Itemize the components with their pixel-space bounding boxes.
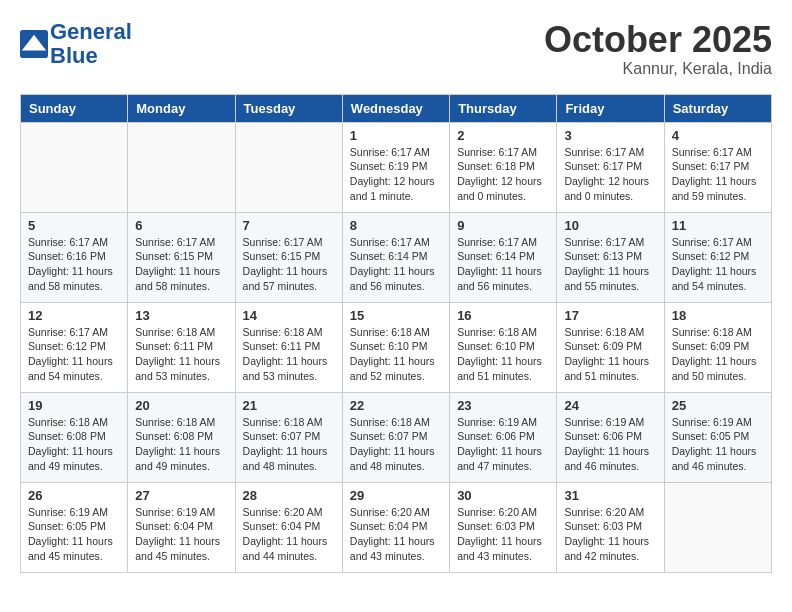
sunrise-text: Sunrise: 6:18 AM — [135, 325, 227, 340]
week-row-1: 1Sunrise: 6:17 AMSunset: 6:19 PMDaylight… — [21, 122, 772, 212]
calendar-cell: 25Sunrise: 6:19 AMSunset: 6:05 PMDayligh… — [664, 392, 771, 482]
day-number: 22 — [350, 398, 442, 413]
sunrise-text: Sunrise: 6:19 AM — [564, 415, 656, 430]
daylight-text: Daylight: 11 hours and 58 minutes. — [28, 264, 120, 293]
week-row-4: 19Sunrise: 6:18 AMSunset: 6:08 PMDayligh… — [21, 392, 772, 482]
sunset-text: Sunset: 6:08 PM — [135, 429, 227, 444]
daylight-text: Daylight: 12 hours and 0 minutes. — [457, 174, 549, 203]
calendar-cell — [21, 122, 128, 212]
weekday-header-wednesday: Wednesday — [342, 94, 449, 122]
sunset-text: Sunset: 6:07 PM — [243, 429, 335, 444]
day-info: Sunrise: 6:19 AMSunset: 6:06 PMDaylight:… — [564, 415, 656, 474]
day-info: Sunrise: 6:19 AMSunset: 6:05 PMDaylight:… — [672, 415, 764, 474]
daylight-text: Daylight: 12 hours and 1 minute. — [350, 174, 442, 203]
week-row-5: 26Sunrise: 6:19 AMSunset: 6:05 PMDayligh… — [21, 482, 772, 572]
daylight-text: Daylight: 11 hours and 53 minutes. — [135, 354, 227, 383]
day-number: 31 — [564, 488, 656, 503]
day-info: Sunrise: 6:19 AMSunset: 6:06 PMDaylight:… — [457, 415, 549, 474]
sunset-text: Sunset: 6:08 PM — [28, 429, 120, 444]
sunset-text: Sunset: 6:10 PM — [350, 339, 442, 354]
sunset-text: Sunset: 6:06 PM — [457, 429, 549, 444]
calendar-cell: 6Sunrise: 6:17 AMSunset: 6:15 PMDaylight… — [128, 212, 235, 302]
day-info: Sunrise: 6:17 AMSunset: 6:13 PMDaylight:… — [564, 235, 656, 294]
calendar-cell: 24Sunrise: 6:19 AMSunset: 6:06 PMDayligh… — [557, 392, 664, 482]
day-info: Sunrise: 6:18 AMSunset: 6:10 PMDaylight:… — [457, 325, 549, 384]
sunset-text: Sunset: 6:09 PM — [564, 339, 656, 354]
sunrise-text: Sunrise: 6:18 AM — [28, 415, 120, 430]
sunset-text: Sunset: 6:12 PM — [672, 249, 764, 264]
calendar-cell: 19Sunrise: 6:18 AMSunset: 6:08 PMDayligh… — [21, 392, 128, 482]
sunrise-text: Sunrise: 6:17 AM — [28, 325, 120, 340]
sunrise-text: Sunrise: 6:19 AM — [135, 505, 227, 520]
daylight-text: Daylight: 11 hours and 44 minutes. — [243, 534, 335, 563]
sunset-text: Sunset: 6:06 PM — [564, 429, 656, 444]
calendar-cell: 9Sunrise: 6:17 AMSunset: 6:14 PMDaylight… — [450, 212, 557, 302]
calendar-cell: 29Sunrise: 6:20 AMSunset: 6:04 PMDayligh… — [342, 482, 449, 572]
day-number: 18 — [672, 308, 764, 323]
day-number: 16 — [457, 308, 549, 323]
calendar-cell: 31Sunrise: 6:20 AMSunset: 6:03 PMDayligh… — [557, 482, 664, 572]
calendar-cell: 27Sunrise: 6:19 AMSunset: 6:04 PMDayligh… — [128, 482, 235, 572]
day-number: 5 — [28, 218, 120, 233]
daylight-text: Daylight: 11 hours and 49 minutes. — [135, 444, 227, 473]
logo-line1: General — [50, 19, 132, 44]
day-info: Sunrise: 6:18 AMSunset: 6:09 PMDaylight:… — [672, 325, 764, 384]
day-info: Sunrise: 6:17 AMSunset: 6:18 PMDaylight:… — [457, 145, 549, 204]
day-info: Sunrise: 6:18 AMSunset: 6:07 PMDaylight:… — [350, 415, 442, 474]
day-number: 2 — [457, 128, 549, 143]
sunset-text: Sunset: 6:12 PM — [28, 339, 120, 354]
daylight-text: Daylight: 11 hours and 46 minutes. — [672, 444, 764, 473]
sunrise-text: Sunrise: 6:17 AM — [564, 145, 656, 160]
sunrise-text: Sunrise: 6:17 AM — [672, 145, 764, 160]
daylight-text: Daylight: 11 hours and 42 minutes. — [564, 534, 656, 563]
sunrise-text: Sunrise: 6:18 AM — [135, 415, 227, 430]
calendar-cell: 11Sunrise: 6:17 AMSunset: 6:12 PMDayligh… — [664, 212, 771, 302]
day-info: Sunrise: 6:17 AMSunset: 6:12 PMDaylight:… — [672, 235, 764, 294]
day-info: Sunrise: 6:20 AMSunset: 6:03 PMDaylight:… — [457, 505, 549, 564]
day-info: Sunrise: 6:17 AMSunset: 6:19 PMDaylight:… — [350, 145, 442, 204]
calendar-cell: 17Sunrise: 6:18 AMSunset: 6:09 PMDayligh… — [557, 302, 664, 392]
sunrise-text: Sunrise: 6:20 AM — [457, 505, 549, 520]
daylight-text: Daylight: 11 hours and 43 minutes. — [457, 534, 549, 563]
day-info: Sunrise: 6:18 AMSunset: 6:10 PMDaylight:… — [350, 325, 442, 384]
sunrise-text: Sunrise: 6:17 AM — [350, 235, 442, 250]
sunrise-text: Sunrise: 6:17 AM — [350, 145, 442, 160]
weekday-header-saturday: Saturday — [664, 94, 771, 122]
day-number: 7 — [243, 218, 335, 233]
calendar-cell — [235, 122, 342, 212]
daylight-text: Daylight: 11 hours and 45 minutes. — [135, 534, 227, 563]
day-number: 24 — [564, 398, 656, 413]
daylight-text: Daylight: 11 hours and 54 minutes. — [672, 264, 764, 293]
sunrise-text: Sunrise: 6:17 AM — [457, 235, 549, 250]
calendar-cell: 26Sunrise: 6:19 AMSunset: 6:05 PMDayligh… — [21, 482, 128, 572]
sunset-text: Sunset: 6:19 PM — [350, 159, 442, 174]
daylight-text: Daylight: 11 hours and 48 minutes. — [350, 444, 442, 473]
day-info: Sunrise: 6:18 AMSunset: 6:08 PMDaylight:… — [135, 415, 227, 474]
calendar-table: SundayMondayTuesdayWednesdayThursdayFrid… — [20, 94, 772, 573]
calendar-cell: 20Sunrise: 6:18 AMSunset: 6:08 PMDayligh… — [128, 392, 235, 482]
sunset-text: Sunset: 6:17 PM — [672, 159, 764, 174]
day-number: 1 — [350, 128, 442, 143]
day-info: Sunrise: 6:17 AMSunset: 6:17 PMDaylight:… — [564, 145, 656, 204]
daylight-text: Daylight: 11 hours and 59 minutes. — [672, 174, 764, 203]
calendar-cell: 8Sunrise: 6:17 AMSunset: 6:14 PMDaylight… — [342, 212, 449, 302]
sunrise-text: Sunrise: 6:18 AM — [243, 415, 335, 430]
day-info: Sunrise: 6:18 AMSunset: 6:07 PMDaylight:… — [243, 415, 335, 474]
calendar-cell: 30Sunrise: 6:20 AMSunset: 6:03 PMDayligh… — [450, 482, 557, 572]
sunrise-text: Sunrise: 6:17 AM — [243, 235, 335, 250]
calendar-cell: 7Sunrise: 6:17 AMSunset: 6:15 PMDaylight… — [235, 212, 342, 302]
sunset-text: Sunset: 6:11 PM — [135, 339, 227, 354]
day-number: 8 — [350, 218, 442, 233]
calendar-cell: 1Sunrise: 6:17 AMSunset: 6:19 PMDaylight… — [342, 122, 449, 212]
day-number: 30 — [457, 488, 549, 503]
weekday-header-thursday: Thursday — [450, 94, 557, 122]
day-number: 27 — [135, 488, 227, 503]
calendar-cell: 2Sunrise: 6:17 AMSunset: 6:18 PMDaylight… — [450, 122, 557, 212]
day-number: 4 — [672, 128, 764, 143]
calendar-cell: 23Sunrise: 6:19 AMSunset: 6:06 PMDayligh… — [450, 392, 557, 482]
daylight-text: Daylight: 11 hours and 54 minutes. — [28, 354, 120, 383]
sunrise-text: Sunrise: 6:20 AM — [243, 505, 335, 520]
weekday-header-friday: Friday — [557, 94, 664, 122]
logo-text: General Blue — [50, 20, 132, 68]
daylight-text: Daylight: 11 hours and 55 minutes. — [564, 264, 656, 293]
